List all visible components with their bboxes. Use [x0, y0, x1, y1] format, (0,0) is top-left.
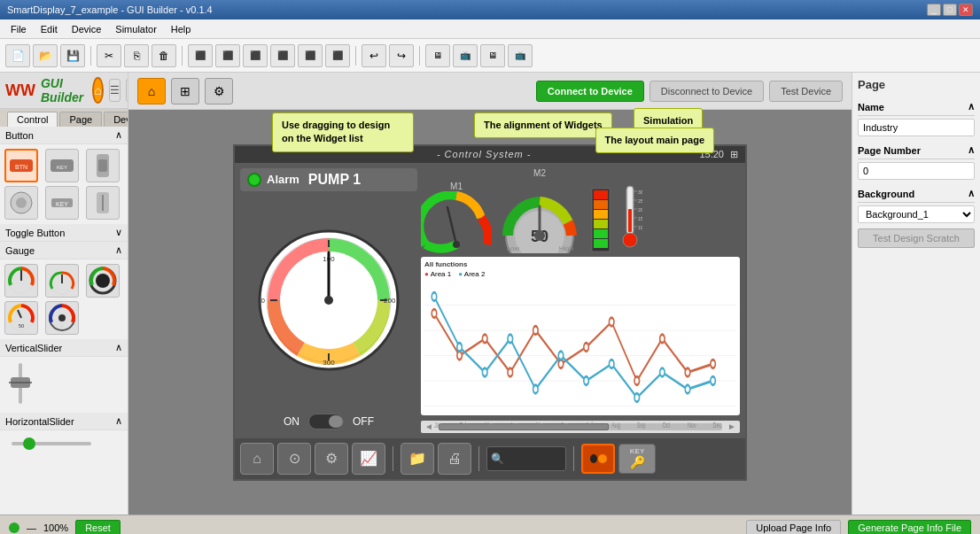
tab-control[interactable]: Control [7, 112, 58, 127]
align-center-button[interactable]: ⬛ [215, 44, 240, 67]
name-input[interactable] [858, 119, 975, 136]
cut-button[interactable]: ✂ [97, 44, 121, 67]
align-right-button[interactable]: ⬛ [243, 44, 268, 67]
svg-text:50: 50 [19, 323, 25, 329]
footer-lock-btn[interactable]: ⊙ [277, 443, 311, 475]
gauge-section-header[interactable]: Gauge ∧ [0, 242, 128, 259]
undo-button[interactable]: ↩ [362, 44, 386, 67]
svg-point-28 [23, 437, 35, 450]
widget-callout: Use dragging to design on the Widget lis… [272, 112, 414, 152]
chart-legend: ● Area 1 ● Area 2 [424, 270, 736, 278]
open-button[interactable]: 📂 [33, 44, 58, 67]
page-number-input[interactable] [858, 162, 975, 180]
svg-text:Jul: Jul [587, 420, 593, 430]
home-design-btn[interactable]: ⌂ [137, 78, 166, 104]
name-prop-header[interactable]: Name ∧ [858, 98, 975, 116]
svg-point-100 [711, 376, 716, 385]
widget-button-2[interactable]: KEY [45, 149, 79, 182]
disconnect-button[interactable]: Disconnect to Device [649, 81, 764, 102]
name-property: Name ∧ [858, 98, 975, 136]
home-icon-btn[interactable]: ⌂ [92, 77, 103, 104]
pump-label: PUMP 1 [308, 172, 361, 188]
minimize-button[interactable]: _ [927, 4, 941, 16]
upload-button[interactable]: Upload Page Info [746, 520, 841, 535]
design-toolbar: ⌂ ⊞ ⚙ Use dragging to design on the Widg… [128, 73, 852, 110]
tab-device[interactable]: Device [104, 112, 128, 127]
button-section-header[interactable]: Button ∧ [0, 127, 128, 144]
widget-button-1[interactable]: BTN [4, 149, 38, 182]
footer-chart-btn[interactable]: 📈 [352, 443, 385, 475]
copy-button[interactable]: ⎘ [124, 44, 149, 67]
settings-design-btn[interactable]: ⚙ [205, 78, 233, 104]
align-left-button[interactable]: ⬛ [188, 44, 213, 67]
test-design-button[interactable]: Test Design Scratch [858, 228, 975, 248]
hslider-widget[interactable] [0, 430, 128, 460]
svg-text:0: 0 [261, 297, 265, 305]
toolbar-separator-3 [355, 46, 356, 66]
list-view-btn[interactable]: ☰ [109, 79, 121, 102]
svg-point-98 [660, 368, 665, 376]
close-button[interactable]: ✕ [959, 4, 973, 16]
reset-button[interactable]: Reset [75, 520, 121, 535]
widget-button-5[interactable]: KEY [45, 186, 79, 220]
menu-simulator[interactable]: Simulator [108, 22, 163, 36]
redo-button[interactable]: ↪ [389, 44, 414, 67]
widget-button-3[interactable] [86, 149, 120, 182]
footer-home-btn[interactable]: ⌂ [240, 443, 274, 475]
background-prop-header[interactable]: Background ∧ [858, 185, 975, 203]
save-button[interactable]: 💾 [60, 44, 85, 67]
distribute-button[interactable]: ⬛ [325, 44, 350, 67]
widget-button-6[interactable] [86, 186, 120, 220]
svg-point-90 [457, 343, 463, 352]
widget-callout-text: Use dragging to design on the Widget lis… [282, 120, 390, 143]
tab-page[interactable]: Page [59, 112, 102, 127]
menu-edit[interactable]: Edit [34, 22, 65, 36]
svg-text:High: High [559, 244, 573, 252]
delete-button[interactable]: 🗑 [152, 44, 176, 67]
svg-text:Jun: Jun [561, 420, 569, 430]
footer-toggle-btn[interactable] [581, 444, 615, 474]
gauge-widget-2[interactable] [45, 264, 79, 298]
new-button[interactable]: 📄 [5, 44, 30, 67]
hslider-section-header[interactable]: HorizontalSlider ∧ [0, 413, 128, 430]
big-gauge: 100 200 300 0 [240, 195, 417, 406]
device-canvas[interactable]: - Control System - 15:20 ⊞ A [233, 144, 747, 481]
align-top-button[interactable]: ⬛ [270, 44, 295, 67]
menu-file[interactable]: File [4, 22, 34, 36]
test-button[interactable]: Test Device [769, 81, 843, 102]
grid-design-btn[interactable]: ⊞ [171, 78, 199, 104]
footer-settings-btn[interactable]: ⚙ [315, 443, 348, 475]
gauge-widget-5[interactable]: 0 [45, 301, 79, 335]
hslider-section-chevron: ∧ [115, 415, 122, 427]
gauge-widget-4[interactable]: 50 [4, 301, 38, 335]
footer-folder-btn[interactable]: 📁 [401, 443, 434, 475]
hslider-section-label: HorizontalSlider [5, 416, 74, 427]
layout-callout: The layout main page [595, 128, 714, 153]
connect-button[interactable]: Connect to Device [536, 81, 644, 102]
layout-callout-text: The layout main page [605, 135, 704, 145]
menu-device[interactable]: Device [65, 22, 109, 36]
screen-button[interactable]: 📺 [453, 44, 478, 67]
vslider-section-header[interactable]: VerticalSlider ∧ [0, 339, 128, 357]
toggle-switch[interactable] [308, 414, 344, 430]
page-number-prop-header[interactable]: Page Number ∧ [858, 142, 975, 159]
menu-help[interactable]: Help [164, 22, 198, 36]
svg-point-87 [685, 368, 690, 376]
footer-key-btn[interactable]: KEY 🔑 [618, 444, 656, 474]
footer-print-btn[interactable]: 🖨 [438, 443, 471, 475]
vslider-widget[interactable] [0, 357, 128, 413]
toggle-section-header[interactable]: Toggle Button ∨ [0, 224, 128, 242]
preview-button[interactable]: 🖥 [425, 44, 450, 67]
maximize-button[interactable]: □ [943, 4, 957, 16]
m2-gauge-container: M2 50 [495, 168, 584, 253]
svg-point-91 [482, 368, 487, 376]
gauge-widget-3[interactable] [86, 264, 120, 298]
svg-point-79 [482, 334, 487, 343]
widget-button-4[interactable] [4, 186, 38, 220]
generate-button[interactable]: Generate Page Info File [848, 520, 971, 535]
align-bottom-button[interactable]: ⬛ [298, 44, 323, 67]
multimonitor-button[interactable]: 📺 [508, 44, 533, 67]
monitor-button[interactable]: 🖥 [480, 44, 505, 67]
background-select[interactable]: Background_1 Background_2 None [858, 205, 975, 223]
gauge-widget-1[interactable] [4, 264, 38, 298]
